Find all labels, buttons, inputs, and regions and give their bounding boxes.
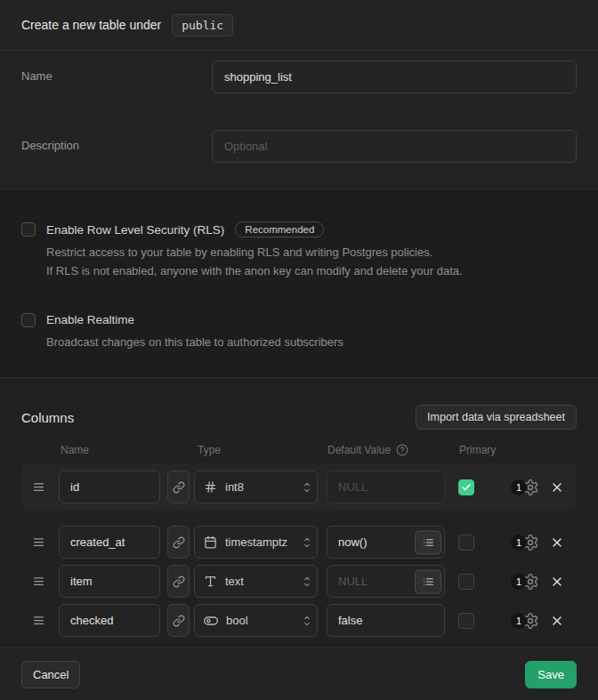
column-settings-button[interactable]: 1 — [511, 612, 539, 630]
column-type-label: bool — [226, 614, 248, 627]
description-row: Description — [0, 130, 598, 163]
name-label: Name — [21, 60, 212, 93]
save-button[interactable]: Save — [525, 661, 577, 688]
drag-handle-icon[interactable] — [32, 480, 46, 494]
primary-key-checkbox[interactable] — [458, 574, 474, 590]
dialog-footer: Cancel Save — [0, 648, 598, 700]
column-settings-button[interactable]: 1 — [511, 534, 539, 551]
column-row: text 1 — [21, 565, 577, 598]
hash-icon — [204, 480, 217, 494]
column-type-select[interactable]: int8 — [194, 471, 318, 503]
table-description-input[interactable] — [212, 130, 577, 163]
default-value-field — [327, 526, 445, 559]
foreign-key-link-icon[interactable] — [167, 526, 190, 559]
default-value-field — [327, 471, 445, 503]
realtime-label: Enable Realtime — [46, 313, 134, 326]
remove-column-icon[interactable] — [550, 480, 564, 495]
column-name-input[interactable] — [59, 565, 160, 598]
chevron-up-down-icon — [302, 614, 312, 628]
column-type-select[interactable]: bool — [194, 604, 318, 637]
header-type: Type — [198, 444, 221, 456]
create-table-dialog: Create a new table under public Name Des… — [0, 0, 598, 700]
dialog-header: Create a new table under public — [0, 0, 598, 51]
header-primary: Primary — [459, 444, 496, 456]
settings-count-badge: 1 — [511, 613, 527, 629]
column-type-label: int8 — [225, 480, 244, 494]
table-info-section: Name Description — [0, 51, 598, 189]
settings-count-badge: 1 — [511, 479, 527, 495]
cancel-button[interactable]: Cancel — [21, 661, 80, 688]
table-name-input[interactable] — [212, 60, 577, 93]
column-row: timestamptz 1 — [21, 526, 577, 559]
column-row: bool 1 — [21, 604, 577, 637]
primary-key-checkbox[interactable] — [458, 535, 474, 551]
drag-handle-icon[interactable] — [32, 614, 46, 627]
rls-label: Enable Row Level Security (RLS) — [46, 223, 224, 237]
table-options-section: Enable Row Level Security (RLS) Recommen… — [0, 189, 598, 378]
settings-count-badge: 1 — [511, 574, 527, 590]
foreign-key-link-icon[interactable] — [167, 604, 190, 637]
columns-table-header: Name Type Default Value Primary — [21, 444, 577, 456]
schema-badge: public — [172, 14, 233, 36]
column-settings-button[interactable]: 1 — [511, 479, 539, 496]
name-row: Name — [0, 60, 598, 93]
column-row: int8 1 — [21, 463, 577, 511]
realtime-block: Enable Realtime Broadcast changes on thi… — [21, 281, 577, 351]
calendar-icon — [204, 535, 217, 549]
default-value-field — [327, 604, 445, 637]
chevron-up-down-icon — [302, 480, 312, 495]
drag-handle-icon[interactable] — [32, 575, 46, 588]
foreign-key-link-icon[interactable] — [167, 565, 190, 598]
columns-section: Columns Import data via spreadsheet Name… — [0, 378, 598, 648]
realtime-checkbox[interactable] — [21, 313, 36, 327]
drag-handle-icon[interactable] — [32, 535, 46, 549]
column-name-input[interactable] — [59, 526, 160, 559]
columns-list: int8 1 — [0, 463, 598, 637]
header-default-value: Default Value — [327, 444, 408, 456]
rls-checkbox[interactable] — [21, 222, 36, 237]
default-value-input[interactable] — [327, 604, 445, 637]
primary-key-checkbox[interactable] — [458, 479, 474, 495]
recommended-badge: Recommended — [235, 221, 324, 237]
column-type-label: timestamptz — [225, 535, 287, 549]
rls-description: Restrict access to your table by enablin… — [46, 243, 577, 281]
column-name-input[interactable] — [59, 471, 160, 503]
help-circle-icon[interactable] — [396, 444, 408, 456]
remove-column-icon[interactable] — [550, 614, 564, 628]
chevron-up-down-icon — [302, 535, 312, 550]
primary-key-checkbox[interactable] — [458, 613, 474, 629]
chevron-up-down-icon — [302, 575, 312, 589]
default-suggestions-icon[interactable] — [415, 530, 441, 554]
default-value-field — [327, 565, 445, 598]
rls-block: Enable Row Level Security (RLS) Recommen… — [21, 189, 577, 281]
settings-count-badge: 1 — [511, 535, 527, 551]
column-name-input[interactable] — [59, 604, 160, 637]
column-type-label: text — [225, 575, 244, 588]
import-spreadsheet-button[interactable]: Import data via spreadsheet — [416, 405, 577, 430]
column-type-select[interactable]: timestamptz — [194, 526, 318, 559]
column-type-select[interactable]: text — [194, 565, 318, 598]
remove-column-icon[interactable] — [550, 575, 564, 589]
text-type-icon — [204, 575, 217, 588]
realtime-description: Broadcast changes on this table to autho… — [46, 333, 577, 351]
dialog-title: Create a new table under — [21, 18, 161, 32]
column-settings-button[interactable]: 1 — [511, 573, 539, 591]
description-label: Description — [21, 130, 212, 163]
default-suggestions-icon[interactable] — [415, 569, 441, 593]
remove-column-icon[interactable] — [550, 535, 564, 550]
toggle-icon — [204, 614, 218, 628]
foreign-key-link-icon[interactable] — [167, 471, 190, 503]
columns-heading: Columns — [21, 410, 74, 425]
header-name: Name — [61, 444, 89, 456]
default-value-input[interactable] — [327, 471, 445, 503]
